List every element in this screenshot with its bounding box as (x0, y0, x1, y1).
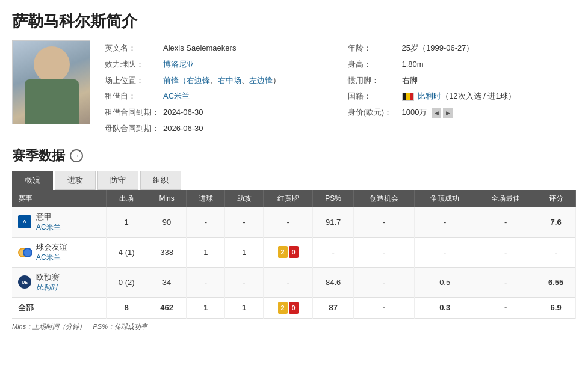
nationality-label: 国籍： (348, 88, 402, 105)
age-value: 25岁（1999-06-27） (402, 40, 577, 57)
cards-europa: - (263, 267, 312, 297)
info-row-loan-from: 租借自： AC米兰 (105, 88, 333, 105)
pos-link1[interactable]: 右边锋 (187, 76, 210, 85)
tab-organize[interactable]: 组织 (140, 171, 181, 190)
tabs-row: 概况 进攻 防守 组织 (12, 171, 576, 190)
foot-label: 惯用脚： (348, 73, 402, 89)
loan-until-value: 2024-06-30 (163, 105, 333, 121)
info-row-market-value: 身价(欧元)： 1000万 ◀ ▶ (348, 105, 577, 121)
comp-cell-total: 全部 (12, 297, 106, 318)
col-motm: 全场最佳 (475, 190, 536, 207)
info-row-foot: 惯用脚： 右脚 (348, 73, 577, 89)
footnote-mins: Mins：上场时间（分钟） (12, 323, 85, 330)
profile-left: 英文名： Alexis Saelemaekers 效力球队： 博洛尼亚 场上位置… (105, 40, 333, 137)
nationality-link[interactable]: 比利时 (418, 91, 441, 100)
assists-friendly: 1 (225, 237, 264, 267)
table-row: UE 欧预赛 比利时 0 (2) 34 - - - 84.6 - 0.5 - 6… (12, 267, 576, 297)
loan-from-link[interactable]: AC米兰 (163, 91, 190, 100)
value-arrow-right[interactable]: ▶ (443, 108, 453, 118)
team-link[interactable]: 博洛尼亚 (163, 60, 194, 69)
col-competition: 赛事 (12, 190, 106, 207)
season-arrow-button[interactable] (70, 149, 83, 162)
position-link[interactable]: 前锋（ (163, 76, 187, 85)
height-label: 身高： (348, 57, 402, 73)
total-label: 全部 (18, 302, 34, 313)
team-value: 博洛尼亚 (163, 57, 333, 73)
season-title: 赛季数据 (12, 147, 65, 165)
red-card-count: 0 (289, 246, 299, 258)
value-arrow-left[interactable]: ◀ (432, 108, 441, 118)
comp-cell-friendly: 球会友谊 AC米兰 (12, 237, 106, 267)
col-chances: 创造机会 (354, 190, 415, 207)
footnote-ps: PS%：传球成功率 (93, 323, 147, 330)
player-photo (12, 40, 90, 124)
info-row-loan-until: 租借合同到期： 2024-06-30 (105, 105, 333, 121)
pos-link3[interactable]: 左边锋 (249, 76, 273, 85)
loan-from-value: AC米兰 (163, 88, 333, 105)
value-arrows: ◀ ▶ (432, 108, 453, 118)
comp-name-serieA: 意甲 AC米兰 (36, 212, 61, 233)
rating-europa: 6.55 (536, 267, 576, 297)
market-value-label: 身价(欧元)： (348, 105, 402, 121)
yellow-card-count: 2 (278, 246, 288, 258)
competition-cell-total: 全部 (18, 302, 101, 313)
profile-content: 英文名： Alexis Saelemaekers 效力球队： 博洛尼亚 场上位置… (12, 40, 576, 137)
tab-defense[interactable]: 防守 (97, 171, 138, 190)
comp-name-europa: 欧预赛 比利时 (36, 272, 60, 293)
red-card-total: 0 (289, 302, 299, 314)
chances-total: - (354, 297, 415, 318)
info-table-left: 英文名： Alexis Saelemaekers 效力球队： 博洛尼亚 场上位置… (105, 40, 333, 137)
chances-serieA: - (354, 207, 415, 238)
assists-serieA: - (225, 207, 264, 238)
comp-team-friendly[interactable]: AC米兰 (36, 253, 67, 263)
english-name-value: Alexis Saelemaekers (163, 40, 333, 57)
goals-europa: - (187, 267, 225, 297)
comp-cell-europa: UE 欧预赛 比利时 (12, 267, 106, 297)
team-label: 效力球队： (105, 57, 163, 73)
competition-cell-friendly: 球会友谊 AC米兰 (18, 242, 101, 263)
nationality-value: 比利时（12次入选 / 进1球） (402, 88, 577, 105)
pos-link2[interactable]: 右中场 (218, 76, 241, 85)
appearances-total: 8 (106, 297, 147, 318)
tab-attack[interactable]: 进攻 (55, 171, 96, 190)
col-assists: 助攻 (225, 190, 264, 207)
profile-section: 萨勒马科尔斯简介 英文名： Alexis Saelemaekers 效力球队： … (0, 0, 588, 147)
height-value: 1.80m (402, 57, 577, 73)
motm-total: - (475, 297, 536, 318)
motm-europa: - (475, 267, 536, 297)
friendly-icon (18, 245, 31, 259)
card-badges-total: 2 0 (268, 302, 308, 314)
rating-serieA: 7.6 (536, 207, 576, 238)
goals-total: 1 (187, 297, 225, 318)
parent-until-label: 母队合同到期： (105, 121, 163, 137)
col-ps-pct: PS% (313, 190, 354, 207)
col-appearances: 出场 (106, 190, 147, 207)
col-rating: 评分 (536, 190, 576, 207)
assists-europa: - (225, 267, 264, 297)
english-name-label: 英文名： (105, 40, 163, 57)
stats-header-row: 赛事 出场 Mins 进球 助攻 红黄牌 PS% 创造机会 争顶成功 全场最佳 … (12, 190, 576, 207)
ps-friendly: - (313, 237, 354, 267)
appearances-friendly: 4 (1) (106, 237, 147, 267)
info-row-parent-until: 母队合同到期： 2026-06-30 (105, 121, 333, 137)
comp-main-europa: 欧预赛 (36, 272, 60, 283)
europa-icon: UE (18, 275, 31, 289)
comp-cell: A 意甲 AC米兰 (12, 207, 106, 238)
comp-team-europa[interactable]: 比利时 (36, 283, 60, 293)
mins-europa: 34 (147, 267, 187, 297)
ps-europa: 84.6 (313, 267, 354, 297)
info-row-english-name: 英文名： Alexis Saelemaekers (105, 40, 333, 57)
tab-overview[interactable]: 概况 (12, 171, 53, 190)
info-row-team: 效力球队： 博洛尼亚 (105, 57, 333, 73)
yellow-card-total: 2 (278, 302, 288, 314)
comp-team-serieA[interactable]: AC米兰 (36, 222, 61, 233)
competition-cell-europa: UE 欧预赛 比利时 (18, 272, 101, 293)
goals-friendly: 1 (187, 237, 225, 267)
footnote: Mins：上场时间（分钟） PS%：传球成功率 (12, 322, 576, 331)
section-title-row: 赛季数据 (12, 147, 576, 165)
market-value-amount: 1000万 (402, 108, 427, 117)
loan-from-label: 租借自： (105, 88, 163, 105)
friendly-circles (18, 248, 31, 256)
info-row-age: 年龄： 25岁（1999-06-27） (348, 40, 577, 57)
mins-serieA: 90 (147, 207, 187, 238)
